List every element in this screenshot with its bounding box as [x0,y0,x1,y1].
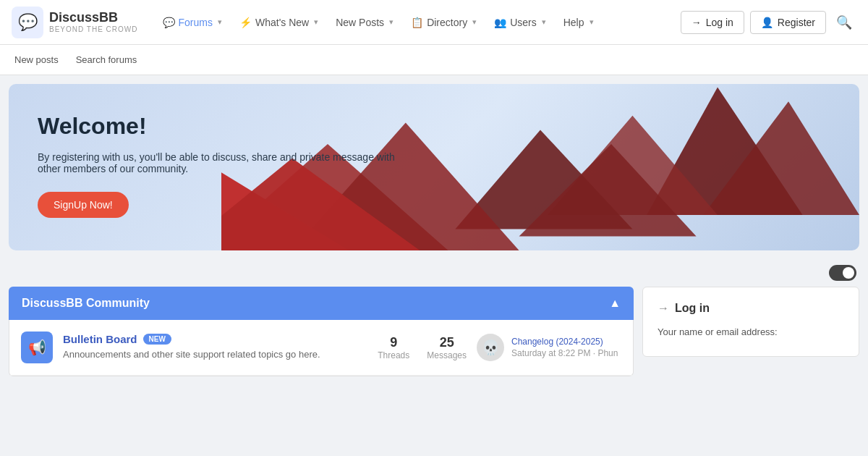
nav-directory[interactable]: 📋 Directory ▾ [404,11,484,34]
right-panel: → Log in Your name or email address: [642,287,859,376]
signup-button[interactable]: SignUp Now! [38,192,129,218]
latest-post-info: Changelog (2024-2025) Saturday at 8:22 P… [511,337,618,358]
hero-banner: Welcome! By registering with us, you'll … [9,84,859,250]
login-box: → Log in Your name or email address: [642,287,859,357]
new-posts-label: New Posts [336,17,384,28]
nav-whats-new[interactable]: ⚡ What's New ▾ [232,11,326,34]
help-label: Help [563,17,584,28]
users-icon: 👥 [494,17,506,28]
directory-label: Directory [427,17,467,28]
avatar-emoji: 💀 [482,339,500,356]
threads-stat: 9 Threads [378,335,409,360]
community-header: DiscussBB Community ▲ [9,287,634,320]
dark-mode-area [0,259,868,287]
latest-post-meta: Saturday at 8:22 PM · Phun [511,348,618,358]
forum-section: 📢 Bulletin Board NEW Announcements and o… [9,320,634,376]
forums-icon: 💬 [163,17,175,28]
register-user-icon: 👤 [761,17,773,28]
forums-chevron: ▾ [218,17,222,27]
login-box-header: → Log in [658,302,844,315]
users-chevron: ▾ [542,17,546,27]
top-nav: 💬 DiscussBB Beyond The Crowd 💬 Forums ▾ … [0,0,868,45]
forum-description: Announcements and other site support rel… [63,348,367,361]
directory-icon: 📋 [411,17,423,28]
forum-new-badge: NEW [143,334,171,345]
search-icon: 🔍 [836,15,852,30]
whats-new-icon: ⚡ [239,17,252,28]
dark-mode-toggle[interactable] [829,265,856,281]
forum-icon: 📢 [21,332,53,363]
users-label: Users [510,17,537,28]
forum-name-text[interactable]: Bulletin Board [63,333,137,345]
help-chevron: ▾ [590,17,594,27]
hero-content: Welcome! By registering with us, you'll … [38,113,414,218]
login-box-icon: → [658,302,669,315]
messages-stat: 25 Messages [427,335,467,360]
sub-nav: New posts Search forums [0,45,868,75]
avatar: 💀 [477,334,504,361]
hero-title: Welcome! [38,113,414,140]
messages-count: 25 [427,335,467,350]
login-field-label: Your name or email address: [658,326,844,337]
nav-forums[interactable]: 💬 Forums ▾ [156,11,229,34]
latest-post-title[interactable]: Changelog (2024-2025) [511,337,618,347]
forum-stats: 9 Threads 25 Messages [378,335,467,360]
login-arrow-icon: → [692,17,702,28]
register-label: Register [778,17,815,28]
nav-right: → Log in 👤 Register 🔍 [681,10,856,35]
nav-new-posts[interactable]: New Posts ▾ [328,11,401,34]
whats-new-label: What's New [255,17,309,28]
logo[interactable]: 💬 DiscussBB Beyond The Crowd [12,7,138,38]
hero-subtitle: By registering with us, you'll be able t… [38,151,414,174]
forums-label: Forums [179,17,213,28]
login-label: Log in [706,17,733,28]
brand-name: DiscussBB [49,11,138,25]
login-box-title: Log in [675,302,710,315]
login-button[interactable]: → Log in [681,11,744,34]
forum-latest: 💀 Changelog (2024-2025) Saturday at 8:22… [477,334,621,361]
sub-nav-search-forums[interactable]: Search forums [76,51,137,68]
sub-nav-new-posts[interactable]: New posts [14,51,59,68]
main-content: DiscussBB Community ▲ 📢 Bulletin Board N… [0,287,868,385]
nav-items: 💬 Forums ▾ ⚡ What's New ▾ New Posts ▾ 📋 … [156,11,675,34]
toggle-knob [843,267,854,279]
register-button[interactable]: 👤 Register [750,11,826,34]
left-panel: DiscussBB Community ▲ 📢 Bulletin Board N… [9,287,634,376]
new-posts-chevron: ▾ [389,17,393,27]
directory-chevron: ▾ [472,17,477,27]
bulletin-icon: 📢 [28,339,46,356]
nav-help[interactable]: Help ▾ [556,11,601,34]
nav-users[interactable]: 👥 Users ▾ [487,11,553,34]
community-title: DiscussBB Community [22,297,150,310]
threads-label: Threads [378,350,409,360]
search-button[interactable]: 🔍 [832,10,856,35]
forum-name: Bulletin Board NEW [63,333,367,345]
brand-tagline: Beyond The Crowd [49,25,138,33]
community-collapse-button[interactable]: ▲ [609,297,621,310]
messages-label: Messages [427,350,467,360]
whats-new-chevron: ▾ [314,17,318,27]
logo-icon: 💬 [12,7,43,38]
table-row: 📢 Bulletin Board NEW Announcements and o… [9,320,633,376]
threads-count: 9 [378,335,409,350]
forum-info: Bulletin Board NEW Announcements and oth… [63,333,367,361]
